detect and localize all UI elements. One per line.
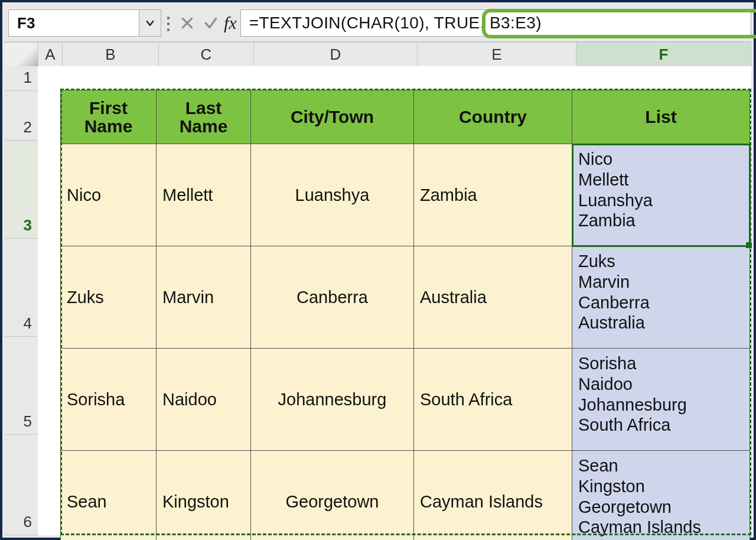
header-first-label: FirstName xyxy=(84,98,133,136)
chevron-down-icon xyxy=(145,18,155,28)
toolbar-separator: ⋮ xyxy=(161,10,175,36)
formula-bar: F3 ⋮ fx =TEXTJOIN(CHAR(10), TRUE, B3:E3) xyxy=(5,5,751,43)
header-last-label: LastName xyxy=(180,98,228,136)
header-list[interactable]: List xyxy=(572,90,750,144)
cell-D3[interactable]: Luanshya xyxy=(251,144,414,246)
close-icon xyxy=(180,15,195,31)
check-icon xyxy=(203,15,219,31)
row-header-6[interactable]: 6 xyxy=(5,435,38,535)
table-row: Sorisha Naidoo Johannesburg South Africa… xyxy=(61,349,750,451)
cell-C5[interactable]: Naidoo xyxy=(157,349,251,451)
col-header-C[interactable]: C xyxy=(159,43,254,66)
cell-F4[interactable]: Zuks Marvin Canberra Australia xyxy=(572,246,750,349)
cell-C3[interactable]: Mellett xyxy=(157,144,251,246)
row-headers: 1 2 3 4 5 6 xyxy=(5,66,38,535)
header-last-name[interactable]: LastName xyxy=(157,90,251,144)
cell-F6[interactable]: Sean Kingston Georgetown Cayman Islands xyxy=(572,451,750,541)
header-city-label: City/Town xyxy=(291,107,374,126)
cell-F5[interactable]: Sorisha Naidoo Johannesburg South Africa xyxy=(572,349,750,451)
col-header-B[interactable]: B xyxy=(63,43,159,66)
table-row: Sean Kingston Georgetown Cayman Islands … xyxy=(61,451,750,541)
cell-E5[interactable]: South Africa xyxy=(414,349,572,451)
cell-B3[interactable]: Nico xyxy=(61,144,157,246)
table-row: Nico Mellett Luanshya Zambia Nico Mellet… xyxy=(61,144,750,246)
col-header-E[interactable]: E xyxy=(418,43,576,66)
row-header-4[interactable]: 4 xyxy=(5,239,38,337)
fx-icon[interactable]: fx xyxy=(223,13,240,33)
sheet-area[interactable]: FirstName LastName City/Town Country Lis… xyxy=(38,66,751,535)
row-header-3[interactable]: 3 xyxy=(5,141,38,239)
cancel-button[interactable] xyxy=(175,10,199,36)
name-box[interactable]: F3 xyxy=(8,9,139,37)
cell-D5[interactable]: Johannesburg xyxy=(251,349,414,451)
name-box-dropdown[interactable] xyxy=(139,9,161,37)
row-header-1[interactable]: 1 xyxy=(5,66,38,91)
formula-input[interactable]: =TEXTJOIN(CHAR(10), TRUE, B3:E3) xyxy=(240,9,751,37)
header-city[interactable]: City/Town xyxy=(251,90,414,144)
header-first-name[interactable]: FirstName xyxy=(61,90,157,144)
cell-B5[interactable]: Sorisha xyxy=(61,349,157,451)
data-table: FirstName LastName City/Town Country Lis… xyxy=(60,90,750,540)
cell-C4[interactable]: Marvin xyxy=(157,246,251,349)
cell-E4[interactable]: Australia xyxy=(414,246,572,349)
formula-text: =TEXTJOIN(CHAR(10), TRUE, B3:E3) xyxy=(249,14,542,32)
cell-E6[interactable]: Cayman Islands xyxy=(414,451,572,541)
select-all-corner[interactable] xyxy=(5,43,38,66)
accept-button[interactable] xyxy=(199,10,223,36)
cell-E3[interactable]: Zambia xyxy=(414,144,572,246)
header-country[interactable]: Country xyxy=(414,90,572,144)
header-list-label: List xyxy=(645,107,676,126)
cell-F3[interactable]: Nico Mellett Luanshya Zambia xyxy=(572,144,750,246)
col-header-A[interactable]: A xyxy=(38,43,63,66)
col-header-F[interactable]: F xyxy=(576,43,751,66)
cell-B4[interactable]: Zuks xyxy=(61,246,157,349)
row-header-5[interactable]: 5 xyxy=(5,337,38,435)
column-headers: A B C D E F xyxy=(5,43,751,67)
table-row: Zuks Marvin Canberra Australia Zuks Marv… xyxy=(61,246,750,349)
header-country-label: Country xyxy=(459,107,527,126)
cell-D4[interactable]: Canberra xyxy=(251,246,414,349)
app-frame: F3 ⋮ fx =TEXTJOIN(CHAR(10), TRUE, B3:E3)… xyxy=(0,0,756,540)
table-header-row: FirstName LastName City/Town Country Lis… xyxy=(61,90,750,144)
cell-B6[interactable]: Sean xyxy=(61,451,157,541)
col-header-D[interactable]: D xyxy=(254,43,418,66)
row-header-2[interactable]: 2 xyxy=(5,91,38,141)
cell-C6[interactable]: Kingston xyxy=(157,451,251,541)
cell-D6[interactable]: Georgetown xyxy=(251,451,414,541)
